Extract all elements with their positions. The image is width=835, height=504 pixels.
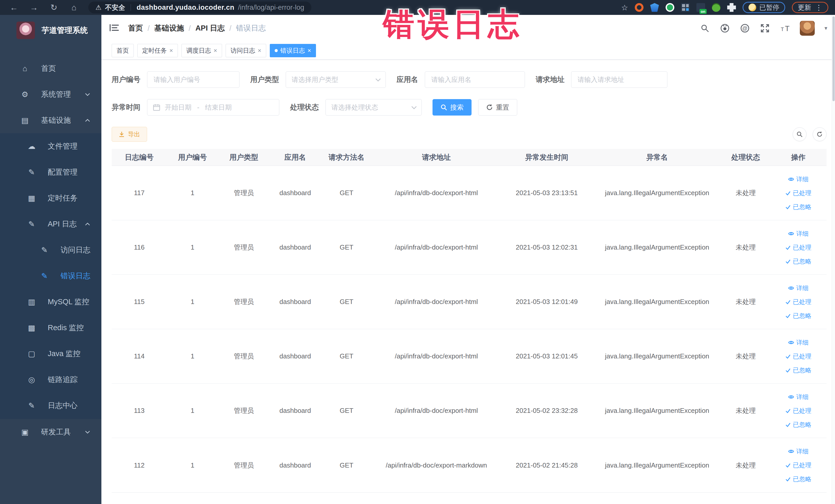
security-label[interactable]: 不安全 [105, 3, 125, 12]
app-name-field[interactable] [431, 76, 519, 84]
tab-调度日志[interactable]: 调度日志× [182, 44, 222, 57]
sidebar-item-MySQL 监控[interactable]: ▥MySQL 监控 [0, 289, 101, 315]
action-详细[interactable]: 详细 [788, 284, 809, 292]
extension-on-toggle-icon[interactable] [696, 3, 705, 12]
sidebar-item-文件管理[interactable]: ☁文件管理 [0, 133, 101, 159]
start-date-placeholder[interactable]: 开始日期 [165, 103, 191, 112]
action-已处理[interactable]: 已处理 [785, 243, 811, 251]
browser-forward-icon[interactable]: → [29, 3, 39, 12]
sidebar-item-访问日志[interactable]: ✎访问日志 [0, 237, 101, 263]
browser-home-icon[interactable]: ⌂ [69, 3, 79, 12]
export-button[interactable]: 导出 [111, 127, 147, 142]
action-已忽略[interactable]: 已忽略 [785, 312, 811, 320]
user-menu-caret-icon[interactable]: ▾ [824, 25, 827, 32]
extension-orange-ring-icon[interactable] [635, 3, 644, 12]
sidebar-item-链路追踪[interactable]: ◎链路追踪 [0, 367, 101, 392]
browser-back-icon[interactable]: ← [9, 3, 19, 12]
action-详细[interactable]: 详细 [788, 393, 809, 401]
action-已忽略[interactable]: 已忽略 [785, 366, 811, 374]
sidebar-item-Redis 监控[interactable]: ▩Redis 监控 [0, 315, 101, 341]
sidebar-item-日志中心[interactable]: ✎日志中心 [0, 392, 101, 419]
user-id-input[interactable] [147, 72, 240, 88]
action-label: 详细 [796, 175, 809, 183]
sidebar-item-API 日志[interactable]: ✎API 日志 [0, 211, 101, 237]
action-已处理[interactable]: 已处理 [785, 189, 811, 197]
url-path[interactable]: /infra/log/api-error-log [238, 4, 304, 12]
header-search-icon[interactable] [700, 23, 710, 33]
infra-icon: ▤ [21, 116, 29, 125]
user-avatar[interactable] [800, 21, 815, 36]
breadcrumb-infra[interactable]: 基础设施 [154, 23, 184, 33]
address-bar[interactable]: ⚠ 不安全 dashboard.yudao.iocoder.cn/infra/l… [88, 2, 311, 13]
github-icon[interactable] [720, 23, 730, 33]
close-icon[interactable]: × [213, 47, 217, 54]
date-range-picker[interactable]: 开始日期 - 结束日期 [147, 99, 279, 116]
action-已处理[interactable]: 已处理 [785, 461, 811, 469]
search-button[interactable]: 搜索 [432, 99, 471, 116]
sidebar-item-配置管理[interactable]: ✎配置管理 [0, 159, 101, 185]
user-id-field[interactable] [153, 76, 233, 84]
sidebar-item-定时任务[interactable]: ▦定时任务 [0, 185, 101, 211]
tab-首页[interactable]: 首页 [111, 44, 134, 57]
sidebar-item-系统管理[interactable]: ⚙系统管理 [0, 81, 101, 107]
action-已忽略[interactable]: 已忽略 [785, 257, 811, 265]
action-已处理[interactable]: 已处理 [785, 298, 811, 306]
scrollbar-thumb[interactable] [832, 16, 835, 101]
font-size-icon[interactable]: TT [780, 23, 790, 33]
cell-app-name: dashboard [269, 461, 321, 469]
tab-定时任务[interactable]: 定时任务× [137, 44, 178, 57]
action-详细[interactable]: 详细 [788, 447, 809, 456]
toggle-search-button[interactable] [793, 127, 807, 141]
breadcrumb-home[interactable]: 首页 [128, 23, 143, 33]
process-status-select[interactable]: 请选择处理状态 [325, 99, 422, 116]
extension-green-circle-icon[interactable] [666, 3, 674, 12]
action-已处理[interactable]: 已处理 [785, 407, 811, 415]
action-详细[interactable]: 详细 [788, 229, 809, 238]
app-name-input[interactable] [425, 72, 525, 88]
extension-blue-shield-icon[interactable] [650, 3, 659, 12]
action-已忽略[interactable]: 已忽略 [785, 421, 811, 429]
close-icon[interactable]: × [169, 47, 173, 54]
bookmark-star-icon[interactable]: ☆ [621, 3, 628, 12]
sidebar-item-错误日志[interactable]: ✎错误日志 [0, 263, 101, 289]
breadcrumb-api-log[interactable]: API 日志 [195, 23, 225, 33]
request-url-input[interactable] [571, 72, 667, 88]
app-logo-row[interactable]: 芋道管理系统 [0, 15, 101, 46]
search-icon [796, 131, 803, 137]
browser-menu-icon[interactable]: ⋮ [815, 3, 822, 12]
extensions-puzzle-icon[interactable] [727, 3, 736, 12]
tab-错误日志[interactable]: 错误日志× [270, 44, 316, 57]
fullscreen-icon[interactable] [760, 23, 770, 33]
url-host[interactable]: dashboard.yudao.iocoder.cn [137, 4, 235, 12]
sidebar-item-基础设施[interactable]: ▤基础设施 [0, 107, 101, 133]
scrollbar-track[interactable] [832, 15, 835, 504]
close-icon[interactable]: × [258, 47, 261, 54]
sidebar-item-Java 监控[interactable]: ▢Java 监控 [0, 341, 101, 367]
hamburger-icon[interactable] [109, 24, 119, 33]
request-url-field[interactable] [577, 76, 661, 84]
extension-grid-icon[interactable] [681, 3, 690, 12]
user-type-select[interactable]: 请选择用户类型 [286, 72, 386, 88]
close-icon[interactable]: × [307, 47, 311, 54]
help-icon[interactable]: @ [740, 23, 750, 33]
action-label: 已处理 [793, 243, 811, 251]
cell-actions: 详细已处理已忽略 [770, 169, 827, 217]
cell-user-id: 1 [167, 189, 218, 197]
sidebar-item-研发工具[interactable]: ▣研发工具 [0, 419, 101, 445]
paused-profile-chip[interactable]: 已暂停 [742, 2, 785, 13]
action-详细[interactable]: 详细 [788, 338, 809, 347]
action-详细[interactable]: 详细 [788, 175, 809, 183]
reset-button[interactable]: 重置 [478, 99, 517, 116]
tab-访问日志[interactable]: 访问日志× [226, 44, 266, 57]
check-icon [785, 204, 791, 210]
end-date-placeholder[interactable]: 结束日期 [205, 103, 232, 112]
refresh-table-button[interactable] [813, 127, 827, 141]
action-已处理[interactable]: 已处理 [785, 352, 811, 361]
action-已忽略[interactable]: 已忽略 [785, 203, 811, 211]
extension-sprout-icon[interactable] [712, 3, 720, 12]
browser-reload-icon[interactable]: ↻ [49, 3, 59, 12]
browser-update-button[interactable]: 更新 ⋮ [792, 2, 828, 13]
action-已忽略[interactable]: 已忽略 [785, 475, 811, 483]
sidebar-item-首页[interactable]: ⌂首页 [0, 56, 101, 81]
column-header-用户编号: 用户编号 [167, 153, 218, 162]
